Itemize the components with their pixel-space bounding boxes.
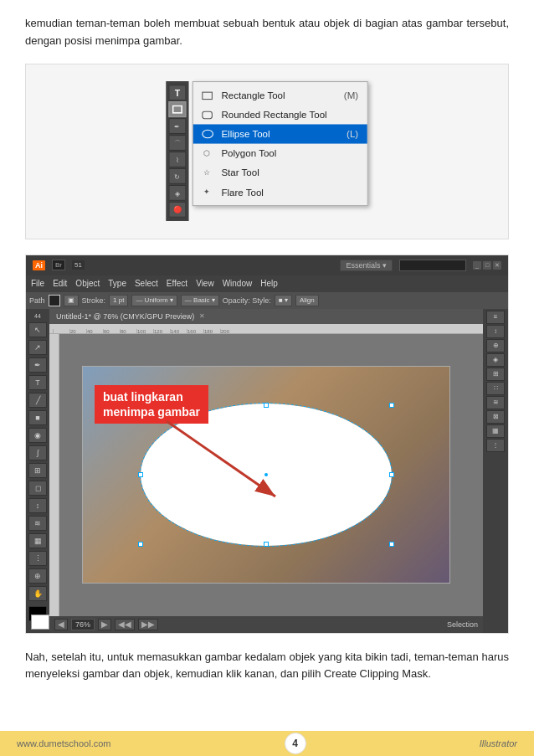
ai-doc-tab[interactable]: Untitled-1* @ 76% (CMYK/GPU Preview) ✕ — [49, 309, 212, 324]
shape-tool-icon — [168, 101, 186, 117]
menu-view[interactable]: View — [196, 279, 214, 288]
ai-statusbar: ◀ 76% ▶ ◀◀ ▶▶ Selection — [49, 616, 483, 633]
annotation-line1: buat lingkaran — [103, 390, 183, 404]
opacity-label: Opacity: Style: — [223, 296, 271, 305]
menu-file[interactable]: File — [31, 279, 44, 288]
paint-tool[interactable]: ◉ — [28, 428, 47, 443]
flare-menu-icon: ✦ — [200, 186, 214, 198]
menu-item-polygon[interactable]: ⬡ Polygon Tool — [193, 144, 367, 163]
polygon-tool-label: Polygon Tool — [221, 148, 276, 159]
select-tool[interactable]: ↖ — [28, 322, 47, 337]
canvas-ruler: 20 40 60 80 100 120 140 160 180 200 — [49, 324, 483, 334]
rectangle-menu-icon — [200, 90, 214, 102]
brush-tool-left[interactable]: ∫ — [28, 445, 47, 460]
ruler-mark: 60 — [103, 329, 120, 333]
stroke-box[interactable]: ▣ — [64, 295, 79, 306]
blend-tool-left[interactable]: ⊞ — [28, 463, 47, 478]
ruler-mark: 160 — [187, 329, 203, 333]
ai-status-label: Selection — [447, 620, 478, 629]
zoom-display[interactable]: 76% — [71, 619, 95, 630]
blend-tool-icon: ◈ — [168, 185, 186, 201]
scale-tool[interactable]: ↕ — [28, 498, 47, 513]
stroke-color[interactable] — [31, 615, 49, 630]
handle-top-center — [264, 403, 269, 408]
menu-item-ellipse[interactable]: Ellipse Tool (L) — [193, 125, 367, 144]
ruler-mark: 80 — [120, 329, 136, 333]
menu-help[interactable]: Help — [260, 279, 278, 288]
right-panel-btn-7[interactable]: ≋ — [486, 396, 505, 409]
center-point — [264, 473, 268, 476]
right-panel-btn-5[interactable]: ⊞ — [486, 368, 505, 381]
nav-forward-button[interactable]: ▶ — [98, 619, 111, 630]
menu-edit[interactable]: Edit — [53, 279, 67, 288]
eyedrop-tool-left[interactable]: ⋮ — [28, 551, 47, 566]
menu-window[interactable]: Window — [223, 279, 253, 288]
stroke-style-basic[interactable]: — Basic ▾ — [181, 295, 219, 306]
direct-select-tool[interactable]: ↗ — [28, 340, 47, 355]
doc-close-button[interactable]: ✕ — [199, 312, 205, 320]
menu-effect[interactable]: Effect — [167, 279, 187, 288]
stroke-label: Stroke: — [82, 296, 106, 305]
menu-item-star[interactable]: ☆ Star Tool — [193, 163, 367, 183]
titlebar-controls: _ □ ✕ — [473, 261, 501, 270]
warp-tool[interactable]: ≋ — [28, 516, 47, 531]
right-panel-btn-2[interactable]: ↕ — [486, 325, 505, 338]
ai-essentials[interactable]: Essentials ▾ — [340, 260, 393, 271]
handle-bottom-right — [389, 542, 394, 547]
hand-tool[interactable]: ✋ — [28, 586, 47, 601]
menu-item-rectangle[interactable]: Rectangle Tool (M) — [193, 85, 367, 105]
line-tool[interactable]: ╱ — [28, 393, 47, 408]
text-tool-left[interactable]: T — [28, 375, 47, 390]
screenshot-1: T ✒ ⌒ ⌇ ↻ ◈ 🔴 Rectangle Tool (M) — [25, 64, 509, 239]
align-button[interactable]: Align — [295, 295, 319, 306]
right-panel-btn-4[interactable]: ◈ — [486, 353, 505, 367]
vertical-ruler — [49, 334, 59, 616]
ai-menubar: File Edit Object Type Select Effect View… — [26, 275, 508, 292]
page-footer: www.dumetschool.com 4 Illustrator — [0, 731, 534, 756]
eraser-tool[interactable]: ◻ — [28, 481, 47, 496]
nav-extra2[interactable]: ▶▶ — [138, 619, 158, 630]
menu-item-rounded-rectangle[interactable]: Rounded Rectangle Tool — [193, 105, 367, 124]
menu-type[interactable]: Type — [108, 279, 126, 288]
menu-select[interactable]: Select — [135, 279, 158, 288]
menu-object[interactable]: Object — [75, 279, 100, 288]
opacity-value[interactable]: ■ ▾ — [275, 295, 292, 306]
close-button[interactable]: ✕ — [493, 261, 501, 270]
intro-text: kemudian teman-teman boleh membuat sebua… — [25, 15, 509, 50]
footer-center: 4 — [111, 733, 480, 754]
ruler-marks: 20 40 60 80 100 120 140 160 180 200 — [53, 324, 237, 333]
stroke-color-fill[interactable] — [49, 295, 60, 306]
doc-tab-label: Untitled-1* @ 76% (CMYK/GPU Preview) — [56, 312, 194, 321]
chart-tool[interactable]: ▦ — [28, 533, 47, 548]
text-tool-icon: T — [168, 85, 186, 100]
shape-tool-left[interactable]: ■ — [28, 410, 47, 425]
nav-extra1[interactable]: ◀◀ — [115, 619, 135, 630]
flare-tool-label: Flare Tool — [221, 187, 264, 198]
minimize-button[interactable]: _ — [473, 261, 481, 270]
ai-workspace: 44 ↖ ↗ ✒ T ╱ ■ ◉ ∫ ⊞ ◻ ↕ ≋ ▦ ⋮ ⊕ ✋ — [26, 309, 508, 633]
star-menu-icon: ☆ — [200, 167, 214, 179]
zoom-tool[interactable]: ⊕ — [28, 568, 47, 584]
right-panel-btn-9[interactable]: ▦ — [486, 424, 505, 438]
rectangle-shortcut: (M) — [344, 90, 358, 101]
right-panel-btn-1[interactable]: ≡ — [486, 311, 505, 324]
nav-back-button[interactable]: ◀ — [54, 619, 68, 630]
svg-rect-0 — [173, 106, 182, 113]
stroke-value[interactable]: 1 pt — [109, 295, 128, 306]
pen-tool-left[interactable]: ✒ — [28, 357, 47, 373]
menu-item-flare[interactable]: ✦ Flare Tool — [193, 183, 367, 202]
right-panel-btn-6[interactable]: ∷ — [486, 382, 505, 395]
path-label: Path — [29, 296, 45, 305]
right-panel-btn-10[interactable]: ⋮ — [486, 439, 505, 452]
ai-search[interactable] — [399, 260, 466, 271]
ai-application: Ai Br 51 Essentials ▾ _ □ ✕ File Edit Ob… — [26, 255, 508, 633]
right-panel-btn-8[interactable]: ⊠ — [486, 410, 505, 424]
pen-tool-icon: ✒ — [168, 118, 186, 134]
ellipse-tool-label: Ellipse Tool — [221, 129, 270, 140]
right-panel-btn-3[interactable]: ⊕ — [486, 339, 505, 352]
footer-app-name: Illustrator — [480, 738, 517, 748]
ruler-mark: 180 — [203, 329, 220, 333]
maximize-button[interactable]: □ — [483, 261, 491, 270]
annotation-box: buat lingkaran menimpa gambar — [95, 385, 208, 424]
stroke-style-uniform[interactable]: — Uniform ▾ — [131, 295, 177, 306]
